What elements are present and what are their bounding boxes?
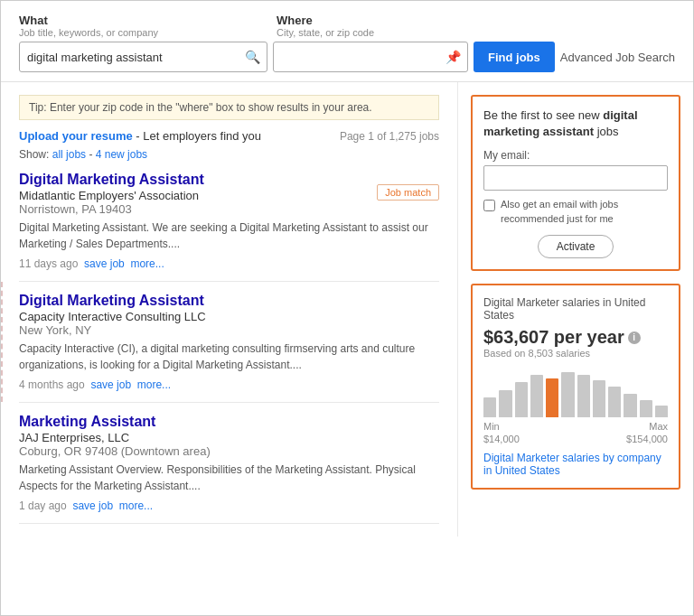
salary-bar	[530, 375, 543, 417]
job-description: Capacity Interactive (CI), a digital mar…	[19, 341, 439, 373]
job-title-link[interactable]: Digital Marketing Assistant	[19, 172, 204, 187]
search-labels: What Job title, keywords, or company Whe…	[19, 14, 675, 38]
salary-max-value: $154,000	[626, 434, 668, 444]
job-alert-box: Be the first to see new digital marketin…	[471, 95, 680, 271]
alert-checkbox[interactable]	[483, 200, 495, 211]
salary-bar	[608, 387, 621, 417]
main-window: What Job title, keywords, or company Whe…	[0, 0, 694, 616]
job-company: JAJ Enterprises, LLC	[19, 431, 439, 444]
job-company: Capacity Interactive Consulting LLC	[19, 310, 439, 323]
search-row: 🔍 📌 Find jobs Advanced Job Search	[19, 42, 675, 72]
job-company: Midatlantic Employers' Association	[19, 189, 439, 202]
what-title: What	[19, 14, 277, 27]
where-input[interactable]	[273, 42, 468, 72]
search-header: What Job title, keywords, or company Whe…	[1, 1, 693, 82]
job-description: Marketing Assistant Overview. Responsibi…	[19, 462, 439, 494]
save-job-link[interactable]: save job	[84, 257, 125, 270]
where-label-group: Where City, state, or zip code	[277, 14, 675, 38]
save-job-link[interactable]: save job	[90, 378, 131, 391]
alert-email-input[interactable]	[483, 165, 668, 191]
job-age: 4 months ago	[19, 378, 85, 391]
search-icon: 🔍	[245, 50, 260, 64]
salary-box: Digital Marketer salaries in United Stat…	[471, 284, 680, 490]
page-info: Page 1 of 1,275 jobs	[340, 130, 439, 143]
what-input[interactable]	[19, 42, 267, 72]
alert-title: Be the first to see new digital marketin…	[483, 107, 668, 140]
more-link[interactable]: more...	[130, 257, 164, 270]
salary-company-link[interactable]: Digital Marketer salaries by company in …	[483, 452, 668, 477]
job-description: Digital Marketing Assistant. We are seek…	[19, 219, 439, 252]
alert-checkbox-label: Also get an email with jobs recommended …	[501, 198, 668, 226]
salary-range-values: $14,000 $154,000	[483, 434, 668, 444]
alert-title-prefix: Be the first to see new	[483, 108, 603, 122]
advanced-search-link[interactable]: Advanced Job Search	[560, 51, 675, 64]
what-label-group: What Job title, keywords, or company	[19, 14, 277, 38]
job-age: 11 days ago	[19, 257, 78, 270]
upload-text-group: Upload your resume - Let employers find …	[19, 129, 261, 143]
what-subtitle: Job title, keywords, or company	[19, 27, 277, 38]
job-location: New York, NY	[19, 323, 439, 337]
main-content: Tip: Enter your zip code in the "where" …	[1, 82, 693, 537]
jobs-list: Digital Marketing Assistant Midatlantic …	[19, 172, 439, 524]
find-jobs-button[interactable]: Find jobs	[474, 42, 555, 72]
salary-info-icon: i	[628, 331, 641, 344]
job-location: Coburg, OR 97408 (Downtown area)	[19, 444, 439, 458]
salary-bar	[546, 378, 558, 417]
salary-title: Digital Marketer salaries in United Stat…	[483, 296, 668, 322]
salary-bar	[640, 400, 652, 417]
activate-button[interactable]: Activate	[538, 235, 614, 258]
salary-max-label: Max	[649, 421, 668, 432]
job-meta: 11 days ago save job more...	[19, 257, 439, 270]
salary-min-value: $14,000	[483, 434, 520, 444]
where-subtitle: City, state, or zip code	[277, 27, 675, 38]
all-jobs-link[interactable]: all jobs	[52, 148, 86, 161]
salary-chart	[483, 368, 668, 417]
job-meta: 1 day ago save job more...	[19, 499, 439, 512]
where-input-wrap: 📌	[273, 42, 468, 72]
left-marker	[1, 282, 4, 402]
job-listing: Digital Marketing Assistant Midatlantic …	[19, 172, 439, 282]
save-job-link[interactable]: save job	[72, 499, 113, 512]
salary-bar	[593, 380, 605, 417]
left-panel: Tip: Enter your zip code in the "where" …	[1, 82, 458, 537]
salary-amount: $63,607 per year i	[483, 327, 668, 348]
salary-value: $63,607 per year	[483, 327, 624, 348]
show-row: Show: all jobs - 4 new jobs	[19, 148, 439, 161]
job-meta: 4 months ago save job more...	[19, 378, 439, 391]
right-panel: Be the first to see new digital marketin…	[458, 82, 693, 537]
job-match-badge: Job match	[377, 184, 439, 201]
salary-bar	[577, 375, 590, 417]
salary-bar	[499, 390, 511, 417]
new-jobs-link[interactable]: 4 new jobs	[96, 148, 147, 161]
show-label: Show:	[19, 148, 49, 161]
salary-bar	[561, 372, 574, 417]
what-input-wrap: 🔍	[19, 42, 267, 72]
salary-min-label: Min	[483, 421, 500, 432]
salary-bar	[624, 394, 636, 417]
job-age: 1 day ago	[19, 499, 67, 512]
salary-range: Min Max	[483, 421, 668, 432]
job-listing: Marketing Assistant JAJ Enterprises, LLC…	[19, 403, 439, 524]
job-title-link[interactable]: Digital Marketing Assistant	[19, 293, 204, 308]
location-pin-icon: 📌	[445, 50, 461, 64]
upload-resume-link[interactable]: Upload your resume	[19, 129, 133, 143]
salary-based-on: Based on 8,503 salaries	[483, 348, 668, 359]
job-title-link[interactable]: Marketing Assistant	[19, 414, 155, 429]
more-link[interactable]: more...	[119, 499, 153, 512]
alert-title-suffix: jobs	[594, 125, 618, 138]
salary-bar	[515, 382, 528, 417]
show-separator: -	[89, 148, 95, 161]
alert-email-label: My email:	[483, 149, 668, 162]
upload-row: Upload your resume - Let employers find …	[19, 129, 439, 143]
upload-follow-text: - Let employers find you	[133, 129, 261, 143]
salary-bar	[483, 397, 496, 417]
alert-checkbox-row: Also get an email with jobs recommended …	[483, 198, 668, 226]
salary-bar	[655, 406, 668, 417]
more-link[interactable]: more...	[137, 378, 171, 391]
job-location: Norristown, PA 19403	[19, 202, 439, 216]
where-title: Where	[277, 14, 675, 27]
tip-bar: Tip: Enter your zip code in the "where" …	[19, 95, 439, 120]
job-listing: Digital Marketing Assistant Capacity Int…	[19, 282, 439, 403]
